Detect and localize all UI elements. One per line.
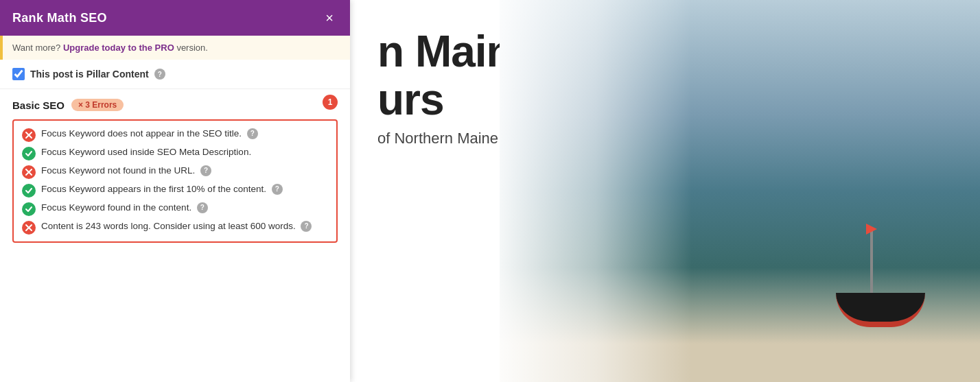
notification-badge: 1	[323, 95, 338, 110]
pillar-checkbox[interactable]	[12, 68, 25, 80]
heading-line2: urs	[377, 75, 444, 124]
check-help-icon-6[interactable]: ?	[301, 221, 312, 232]
errors-badge-label: × 3 Errors	[78, 100, 117, 110]
panel-scroll-area[interactable]: Want more? Upgrade today to the PRO vers…	[0, 36, 350, 382]
success-icon-2	[22, 147, 36, 160]
check-item-4: Focus Keyword appears in the first 10% o…	[22, 183, 328, 198]
check-help-icon-4[interactable]: ?	[272, 184, 283, 195]
check-help-icon-3[interactable]: ?	[200, 165, 211, 176]
seo-section-header: Basic SEO × 3 Errors 1	[12, 99, 338, 111]
check-item-2: Focus Keyword used inside SEO Meta Descr…	[22, 146, 328, 160]
check-text-4: Focus Keyword appears in the first 10% o…	[41, 183, 328, 196]
seo-section-title: Basic SEO	[12, 99, 65, 111]
check-item-3: Focus Keyword not found in the URL. ?	[22, 165, 328, 179]
basic-seo-section: Basic SEO × 3 Errors 1	[0, 89, 350, 243]
error-icon-1	[22, 128, 36, 142]
scene-background	[500, 0, 980, 382]
upgrade-text: Want more?	[12, 43, 60, 53]
pillar-help-icon[interactable]: ?	[154, 69, 165, 80]
upgrade-link[interactable]: Upgrade today to the PRO	[63, 43, 174, 53]
close-button[interactable]: ×	[321, 10, 338, 26]
background-image	[500, 0, 980, 382]
panel-title: Rank Math SEO	[12, 11, 107, 25]
boat-flag	[866, 224, 877, 235]
pillar-label: This post is Pillar Content	[30, 69, 149, 80]
check-item-5: Focus Keyword found in the content. ?	[22, 202, 328, 216]
boat-hull	[836, 293, 925, 327]
pillar-content-row: This post is Pillar Content ?	[0, 60, 350, 89]
success-icon-4	[22, 184, 36, 198]
errors-badge: × 3 Errors	[71, 99, 124, 111]
checks-list: Focus Keyword does not appear in the SEO…	[12, 119, 338, 243]
check-text-3: Focus Keyword not found in the URL. ?	[41, 165, 328, 178]
content-area: n Maine urs of Northern Maine with Seaga…	[350, 0, 980, 382]
check-help-icon-5[interactable]: ?	[197, 202, 208, 213]
success-icon-5	[22, 202, 36, 216]
check-item-1: Focus Keyword does not appear in the SEO…	[22, 128, 328, 142]
check-text-1: Focus Keyword does not appear in the SEO…	[41, 128, 328, 141]
panel-header: Rank Math SEO ×	[0, 0, 350, 36]
check-item-6: Content is 243 words long. Consider usin…	[22, 220, 328, 235]
check-help-icon-1[interactable]: ?	[247, 128, 258, 139]
check-text-2: Focus Keyword used inside SEO Meta Descr…	[41, 146, 328, 159]
error-icon-3	[22, 165, 36, 179]
upgrade-suffix: version.	[176, 43, 208, 53]
check-text-5: Focus Keyword found in the content. ?	[41, 202, 328, 215]
boat-illustration	[829, 231, 939, 327]
error-icon-6	[22, 221, 36, 235]
upgrade-banner: Want more? Upgrade today to the PRO vers…	[0, 36, 350, 60]
rank-math-panel: Rank Math SEO × Want more? Upgrade today…	[0, 0, 350, 382]
check-text-6: Content is 243 words long. Consider usin…	[41, 220, 328, 233]
boat-mast	[870, 231, 873, 300]
